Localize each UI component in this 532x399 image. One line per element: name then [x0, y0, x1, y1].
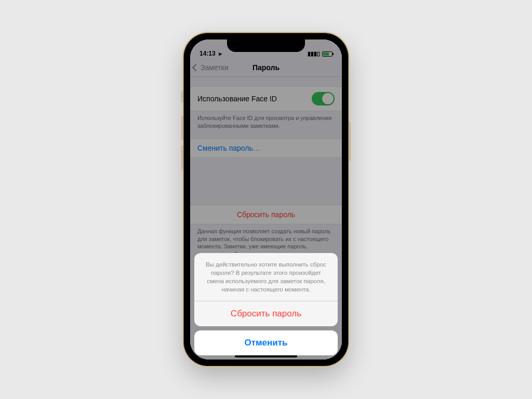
action-sheet-message: Вы действительно хотите выполнить сброс …	[194, 253, 338, 301]
notch	[227, 39, 305, 52]
home-indicator[interactable]	[235, 355, 297, 357]
volume-up-button	[181, 115, 183, 140]
volume-down-button	[181, 145, 183, 170]
action-sheet: Вы действительно хотите выполнить сброс …	[194, 253, 338, 355]
mute-switch	[181, 90, 183, 103]
action-sheet-confirm[interactable]: Сбросить пароль	[194, 301, 338, 326]
side-button	[349, 122, 351, 161]
action-sheet-group: Вы действительно хотите выполнить сброс …	[194, 253, 338, 326]
screen: 14:13 ➤ ▮▮▮▯ Заметки Пароль	[190, 39, 342, 360]
action-sheet-cancel[interactable]: Отменить	[194, 330, 338, 355]
phone-frame: 14:13 ➤ ▮▮▮▯ Заметки Пароль	[184, 33, 348, 366]
